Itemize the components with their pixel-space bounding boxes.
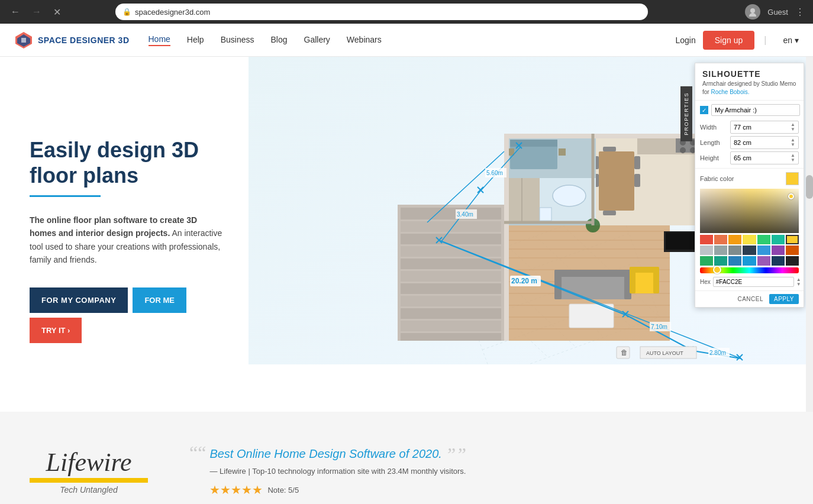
swatch-dark-gray[interactable] — [728, 245, 741, 255]
hue-slider[interactable] — [700, 267, 799, 273]
length-input[interactable]: 82 cm ▲▼ — [730, 136, 799, 149]
navbar: SPACE DESIGNER 3D Home Help Business Blo… — [0, 24, 813, 57]
lifewire-tagline: Tech Untangled — [60, 485, 118, 495]
fabric-color-label: Fabric color — [700, 175, 734, 182]
nav-blog[interactable]: Blog — [270, 35, 287, 46]
hero-section: Easily design 3D floor plans The online … — [0, 57, 813, 412]
stars: ★★★★★ — [209, 483, 263, 497]
svg-point-29 — [680, 147, 686, 153]
nav-gallery[interactable]: Gallery — [304, 35, 330, 46]
armchair-name-input[interactable] — [711, 104, 800, 116]
color-gradient-area[interactable] — [700, 189, 799, 233]
height-label: Height — [700, 154, 727, 161]
color-indicator[interactable] — [788, 193, 794, 199]
svg-rect-60 — [401, 308, 501, 319]
svg-rect-3 — [21, 38, 26, 43]
browser-controls: Guest ⋮ — [745, 4, 806, 20]
swatch-black[interactable] — [786, 256, 799, 266]
login-button[interactable]: Login — [676, 35, 696, 45]
rating-text: Note: 5/5 — [267, 486, 299, 495]
swatch-navy[interactable] — [743, 245, 756, 255]
testimonial-source: — Lifewire | Top-10 technology informati… — [209, 467, 466, 476]
fabric-color-row: Fabric color — [695, 168, 804, 189]
back-button[interactable]: ← — [7, 4, 24, 20]
swatch-purple[interactable] — [772, 245, 785, 255]
svg-text:20.20 m: 20.20 m — [511, 277, 537, 285]
swatch-light-blue[interactable] — [743, 256, 756, 266]
length-label: Length — [700, 139, 727, 146]
swatch-yellow-selected[interactable] — [786, 235, 799, 244]
name-checkbox[interactable]: ✓ — [700, 106, 708, 114]
hero-underline — [30, 195, 101, 197]
nav-home[interactable]: Home — [149, 34, 170, 46]
lifewire-logo: Lifewire Tech Untangled — [24, 450, 154, 495]
lifewire-brand-name: Lifewire — [46, 450, 131, 476]
swatch-dark-orange[interactable] — [786, 245, 799, 255]
svg-text:AUTO LAYOUT: AUTO LAYOUT — [646, 350, 683, 356]
svg-rect-70 — [630, 267, 635, 293]
hex-spinner[interactable]: ▲▼ — [796, 277, 801, 287]
scrollbar-thumb[interactable] — [806, 175, 813, 199]
swatch-med-blue[interactable] — [728, 256, 741, 266]
subtitle-link[interactable]: Roche Bobois. — [711, 89, 749, 95]
swatch-med-purple[interactable] — [757, 256, 770, 266]
color-swatches — [700, 235, 799, 266]
length-spinner[interactable]: ▲▼ — [791, 138, 795, 147]
rating-container: ★★★★★ Note: 5/5 — [209, 483, 466, 497]
swatch-light-gray[interactable] — [700, 245, 713, 255]
swatch-gray[interactable] — [714, 245, 727, 255]
fabric-color-swatch[interactable] — [786, 172, 799, 185]
hex-input[interactable] — [713, 277, 794, 287]
swatch-yellow[interactable] — [743, 235, 756, 244]
nav-webinars[interactable]: Webinars — [347, 35, 382, 46]
nav-help[interactable]: Help — [187, 35, 204, 46]
svg-text:5.60m: 5.60m — [486, 170, 503, 176]
svg-rect-62 — [401, 333, 501, 341]
chevron-down-icon: ▾ — [795, 35, 799, 45]
height-row: Height 65 cm ▲▼ — [695, 150, 804, 168]
width-spinner[interactable]: ▲▼ — [791, 122, 795, 132]
hex-row: Hex ▲▼ — [700, 276, 799, 288]
svg-rect-31 — [599, 151, 634, 211]
svg-rect-71 — [653, 267, 659, 293]
apply-button[interactable]: APPLY — [769, 294, 799, 304]
svg-rect-36 — [603, 147, 616, 151]
swatch-red[interactable] — [700, 235, 713, 244]
hue-indicator[interactable] — [713, 266, 721, 274]
address-bar[interactable]: 🔒 spacedesigner3d.com — [115, 4, 648, 20]
hero-buttons: FOR MY COMPANY FOR ME TRY IT › — [30, 287, 225, 343]
properties-tab[interactable]: PROPERTIES — [680, 86, 692, 141]
forme-button[interactable]: FOR ME — [133, 287, 186, 313]
swatch-green[interactable] — [757, 235, 770, 244]
svg-rect-35 — [634, 174, 640, 187]
language-selector[interactable]: en ▾ — [783, 35, 799, 45]
company-button[interactable]: FOR MY COMPANY — [30, 287, 128, 313]
floor-plan-area: 3.40m 5.60m 20.20 m 7.10m 2.80m My Armch… — [249, 57, 813, 364]
nav-links: Home Help Business Blog Gallery Webinars — [149, 34, 676, 46]
brand-logo[interactable]: SPACE DESIGNER 3D — [14, 31, 130, 50]
refresh-button[interactable]: ✕ — [50, 4, 64, 20]
user-avatar[interactable] — [745, 4, 760, 20]
height-input[interactable]: 65 cm ▲▼ — [730, 151, 799, 164]
swatch-blue[interactable] — [757, 245, 770, 255]
panel-header: SILHOUETTE Armchair designed by Studio M… — [695, 63, 804, 101]
panel-container: SILHOUETTE Armchair designed by Studio M… — [695, 63, 804, 308]
swatch-orange-red[interactable] — [714, 235, 727, 244]
swatch-teal[interactable] — [772, 235, 785, 244]
nav-business[interactable]: Business — [221, 35, 254, 46]
swatch-dark-green[interactable] — [700, 256, 713, 266]
signup-button[interactable]: Sign up — [703, 31, 754, 50]
height-spinner[interactable]: ▲▼ — [791, 153, 795, 163]
browser-menu-icon[interactable]: ⋮ — [795, 7, 806, 18]
swatch-dark-teal[interactable] — [714, 256, 727, 266]
cancel-button[interactable]: CANCEL — [734, 294, 767, 304]
svg-rect-52 — [401, 208, 501, 219]
svg-rect-58 — [401, 283, 501, 294]
width-input[interactable]: 77 cm ▲▼ — [730, 121, 799, 134]
forward-button[interactable]: → — [28, 4, 45, 20]
tryit-button[interactable]: TRY IT › — [30, 318, 82, 343]
scrollbar[interactable] — [806, 57, 813, 412]
swatch-dark-navy[interactable] — [772, 256, 785, 266]
navbar-right: Login Sign up | en ▾ — [676, 31, 799, 50]
swatch-orange[interactable] — [728, 235, 741, 244]
